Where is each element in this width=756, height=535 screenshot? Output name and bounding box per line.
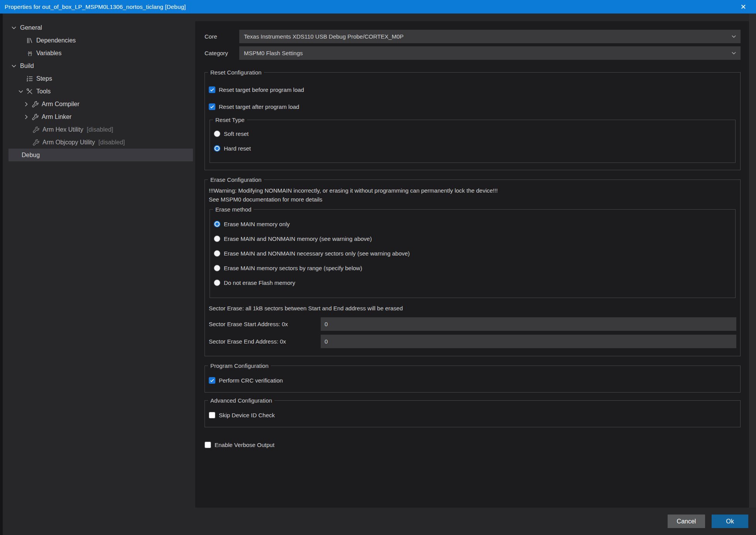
tree-item-label: Arm Linker: [42, 113, 71, 120]
category-dropdown[interactable]: MSPM0 Flash Settings: [239, 46, 741, 60]
tree-item-label: Dependencies: [36, 37, 76, 44]
advanced-configuration-group: Advanced Configuration Skip Device ID Ch…: [205, 400, 741, 427]
tree-item-label: Arm Objcopy Utility: [42, 139, 95, 146]
tree-item-arm-objcopy-utility[interactable]: Arm Objcopy Utility [disabled]: [8, 136, 193, 149]
radio-soft-reset[interactable]: Soft reset: [214, 126, 731, 141]
tree-item-debug-selected[interactable]: Debug: [8, 149, 193, 161]
radio-erase-main-nonmain[interactable]: Erase MAIN and NONMAIN memory (see warni…: [214, 231, 731, 246]
radio-erase-by-range[interactable]: Erase MAIN memory sectors by range (spec…: [214, 261, 731, 275]
chevron-down-icon[interactable]: [11, 63, 17, 69]
group-legend: Program Configuration: [208, 362, 271, 370]
core-dropdown-value: Texas Instruments XDS110 USB Debug Probe…: [244, 33, 404, 40]
chevron-right-icon[interactable]: [23, 101, 29, 107]
nonmain-warning-line2: See MSPM0 documentation for more details: [209, 195, 736, 204]
tree-item-arm-hex-utility[interactable]: Arm Hex Utility [disabled]: [8, 123, 193, 136]
radio-unselected[interactable]: [214, 235, 220, 242]
disabled-badge: [disabled]: [98, 139, 125, 146]
checkbox-label: Perform CRC verification: [219, 377, 283, 384]
close-icon[interactable]: ✕: [737, 1, 749, 13]
checkbox-checked[interactable]: [209, 86, 215, 93]
checkbox-unchecked[interactable]: [205, 442, 211, 448]
radio-erase-necessary-sectors[interactable]: Erase MAIN and NONMAIN necessary sectors…: [214, 246, 731, 261]
tree-item-label: General: [20, 24, 42, 31]
checkbox-reset-after[interactable]: Reset target after program load: [209, 98, 736, 115]
properties-dialog: { "icons": { "close": "✕", "variables_gl…: [0, 0, 756, 535]
group-legend: Erase method: [213, 205, 254, 213]
category-dropdown-value: MSPM0 Flash Settings: [244, 50, 303, 56]
radio-unselected[interactable]: [214, 130, 220, 137]
checkbox-label: Reset target before program load: [219, 86, 304, 93]
tools-icon: [26, 88, 33, 95]
tree-item-tools[interactable]: Tools: [8, 85, 193, 98]
library-icon: [26, 37, 33, 44]
sector-end-input[interactable]: [321, 335, 736, 348]
radio-selected[interactable]: [214, 221, 220, 227]
erase-configuration-group: Erase Configuration !!!Warning: Modifyin…: [205, 179, 741, 356]
sector-start-input[interactable]: [321, 317, 736, 331]
radio-erase-main-only[interactable]: Erase MAIN memory only: [214, 217, 731, 231]
tree-item-dependencies[interactable]: Dependencies: [8, 34, 193, 47]
radio-label: Erase MAIN and NONMAIN necessary sectors…: [224, 250, 410, 257]
checkbox-checked[interactable]: [209, 103, 215, 110]
tree-item-label: Steps: [36, 75, 52, 82]
wrench-icon: [32, 113, 39, 120]
reset-type-group: Reset Type Soft reset Hard reset: [210, 120, 736, 163]
checkbox-checked[interactable]: [209, 377, 215, 384]
chevron-down-icon: [731, 34, 737, 39]
radio-label: Erase MAIN memory only: [224, 221, 290, 227]
wrench-icon: [32, 139, 39, 146]
radio-label: Hard reset: [224, 145, 251, 152]
checkbox-crc-verification[interactable]: Perform CRC verification: [209, 373, 736, 388]
ok-button[interactable]: Ok: [712, 515, 748, 528]
tree-item-label: Debug: [22, 152, 40, 159]
checkbox-unchecked[interactable]: [209, 412, 215, 418]
tree-item-arm-linker[interactable]: Arm Linker: [8, 110, 193, 123]
sector-start-label: Sector Erase Start Address: 0x: [209, 321, 321, 327]
checkbox-label: Reset target after program load: [219, 103, 299, 110]
radio-selected[interactable]: [214, 145, 220, 152]
core-row: Core Texas Instruments XDS110 USB Debug …: [205, 30, 741, 43]
tree-item-arm-compiler[interactable]: Arm Compiler: [8, 98, 193, 110]
chevron-down-icon[interactable]: [18, 88, 24, 95]
chevron-down-icon[interactable]: [11, 25, 17, 31]
tree-item-build[interactable]: Build: [8, 59, 193, 72]
chevron-down-icon: [731, 50, 737, 56]
checkbox-reset-before[interactable]: Reset target before program load: [209, 81, 736, 98]
core-dropdown[interactable]: Texas Instruments XDS110 USB Debug Probe…: [239, 30, 741, 43]
checkbox-enable-verbose[interactable]: Enable Verbose Output: [205, 437, 741, 452]
radio-label: Do not erase Flash memory: [224, 279, 295, 286]
radio-unselected[interactable]: [214, 265, 220, 271]
group-legend: Reset Configuration: [208, 68, 264, 76]
erase-method-group: Erase method Erase MAIN memory only Eras…: [210, 209, 736, 298]
tree-item-general[interactable]: General: [8, 21, 193, 34]
variable-icon: {•}: [26, 50, 33, 57]
ordered-list-icon: [26, 75, 33, 82]
radio-hard-reset[interactable]: Hard reset: [214, 141, 731, 156]
checkbox-skip-device-id[interactable]: Skip Device ID Check: [209, 408, 736, 422]
tree-item-label: Variables: [36, 50, 62, 57]
radio-label: Erase MAIN and NONMAIN memory (see warni…: [224, 235, 372, 242]
group-legend: Erase Configuration: [208, 176, 264, 184]
wrench-icon: [32, 126, 39, 133]
check-icon: [210, 378, 215, 383]
chevron-right-icon[interactable]: [23, 114, 29, 120]
window-left-edge: [0, 14, 3, 535]
cancel-button[interactable]: Cancel: [668, 515, 705, 528]
checkbox-label: Skip Device ID Check: [219, 412, 275, 418]
group-legend: Advanced Configuration: [208, 396, 274, 405]
tree-item-label: Tools: [36, 88, 51, 95]
tree-item-label: Build: [20, 63, 34, 69]
sector-erase-note: Sector Erase: all 1kB sectors between St…: [209, 304, 736, 313]
tree-item-variables[interactable]: {•} Variables: [8, 47, 193, 59]
category-row: Category MSPM0 Flash Settings: [205, 46, 741, 60]
tree-item-steps[interactable]: Steps: [8, 72, 193, 85]
radio-unselected[interactable]: [214, 279, 220, 286]
radio-unselected[interactable]: [214, 250, 220, 257]
nonmain-warning-line1: !!!Warning: Modifying NONMAIN incorrectl…: [209, 186, 736, 195]
group-legend: Reset Type: [213, 116, 247, 124]
scrollbar-track[interactable]: [749, 14, 756, 508]
check-icon: [210, 104, 215, 109]
radio-no-erase[interactable]: Do not erase Flash memory: [214, 275, 731, 290]
program-configuration-group: Program Configuration Perform CRC verifi…: [205, 366, 741, 393]
checkbox-label: Enable Verbose Output: [215, 442, 274, 448]
